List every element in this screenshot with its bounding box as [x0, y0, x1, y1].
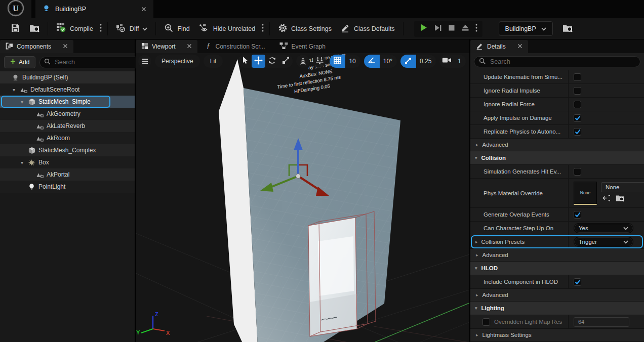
light-map-res-input[interactable]: 64: [574, 317, 629, 327]
close-icon[interactable]: [63, 43, 68, 50]
select-tool-button[interactable]: [238, 55, 252, 68]
collapsed-arrow-icon[interactable]: ▸: [476, 142, 478, 147]
subcategory-advanced[interactable]: ▸Advanced: [470, 249, 644, 262]
component-row-akportal[interactable]: AkPortal: [0, 168, 135, 181]
checkbox-unchecked[interactable]: [574, 87, 581, 95]
subcategory-advanced[interactable]: ▸Advanced: [470, 139, 644, 151]
hide-unrelated-button[interactable]: Hide Unrelated: [194, 21, 260, 36]
component-row-box[interactable]: ▾Box: [0, 156, 135, 168]
rotation-snap-value[interactable]: 10°: [380, 58, 397, 65]
perspective-dropdown[interactable]: Perspective: [155, 55, 200, 68]
component-row-buildingbp-self-[interactable]: BuildingBP (Self): [0, 71, 135, 83]
rotate-tool-button[interactable]: [265, 55, 279, 68]
move-tool-button[interactable]: [252, 55, 265, 68]
grid-snap-toggle[interactable]: [330, 55, 345, 68]
coordinate-space-button[interactable]: [296, 55, 309, 68]
viewport-options-button[interactable]: [138, 55, 151, 68]
hide-unrelated-options-button[interactable]: [260, 21, 266, 36]
tab-details[interactable]: Details: [470, 40, 528, 53]
subcategory-advanced[interactable]: ▸Advanced: [470, 289, 644, 302]
subcategory-lightmass-settings[interactable]: ▸Lightmass Settings: [470, 329, 644, 341]
diff-button[interactable]: Diff: [111, 21, 152, 36]
tab-event-graph[interactable]: Event Graph: [274, 40, 331, 53]
checkbox-checked[interactable]: [574, 278, 581, 286]
checkbox-unchecked[interactable]: [574, 101, 581, 108]
use-selected-asset-icon[interactable]: [602, 194, 610, 204]
tab-components[interactable]: Components: [0, 40, 73, 53]
find-button[interactable]: Find: [159, 21, 194, 36]
components-search[interactable]: [39, 57, 142, 68]
class-defaults-button[interactable]: Class Defaults: [336, 21, 399, 36]
asset-tab-buildingbp[interactable]: BuildingBP: [35, 0, 153, 18]
scale-snap-control[interactable]: 0.25: [400, 55, 436, 68]
collapsed-arrow-icon[interactable]: ▸: [475, 239, 478, 244]
close-icon[interactable]: [187, 43, 192, 50]
rotation-snap-control[interactable]: 10°: [364, 55, 397, 68]
scale-tool-button[interactable]: [279, 55, 293, 68]
class-settings-button[interactable]: Class Settings: [273, 21, 336, 36]
checkbox-checked[interactable]: [574, 114, 581, 122]
tab-viewport[interactable]: Viewport: [136, 40, 197, 53]
expand-arrow-icon[interactable]: ▾: [19, 99, 25, 105]
compile-options-button[interactable]: [98, 21, 104, 36]
expand-arrow-icon[interactable]: ▾: [11, 87, 17, 93]
details-search[interactable]: [474, 56, 640, 67]
camera-speed-control[interactable]: 1: [439, 55, 466, 68]
play-options-button[interactable]: [475, 24, 477, 34]
dropdown-trigger[interactable]: Trigger: [574, 237, 633, 247]
component-row-defaultsceneroot[interactable]: ▾DefaultSceneRoot: [0, 83, 135, 96]
component-row-akgeometry[interactable]: AkGeometry: [0, 108, 135, 120]
close-icon[interactable]: [517, 43, 522, 50]
expand-arrow-icon[interactable]: ▾: [19, 160, 25, 165]
checkbox-checked[interactable]: [574, 211, 581, 219]
category-lighting[interactable]: ▾Lighting: [470, 302, 644, 315]
scale-snap-toggle[interactable]: [400, 55, 416, 68]
browse-to-asset-icon[interactable]: [616, 194, 624, 204]
tab-construction-script[interactable]: ƒ Construction Scr...: [200, 40, 270, 53]
unreal-logo[interactable]: U: [0, 0, 31, 18]
component-row-pointlight[interactable]: PointLight: [0, 181, 135, 193]
viewport-3d-scene[interactable]: 11 square meters ay 1.35 seconds AuxBus:…: [136, 53, 469, 342]
compile-button[interactable]: Compile: [52, 21, 98, 36]
asset-thumbnail-none[interactable]: None: [574, 182, 597, 205]
component-row-aklatereverb[interactable]: AkLateReverb: [0, 120, 135, 132]
component-row-staticmesh-simple[interactable]: ▾StaticMesh_Simple: [0, 96, 135, 108]
target-blueprint-dropdown[interactable]: BuildingBP: [499, 21, 553, 36]
close-tab-icon[interactable]: [118, 5, 146, 14]
camera-speed-value[interactable]: 1: [454, 58, 466, 65]
category-hlod[interactable]: ▾HLOD: [470, 262, 644, 275]
collapsed-arrow-icon[interactable]: ▸: [476, 292, 478, 297]
add-component-button[interactable]: Add: [4, 56, 35, 68]
rotation-snap-toggle[interactable]: [364, 55, 380, 68]
category-collision[interactable]: ▾Collision: [470, 151, 644, 165]
stop-button[interactable]: [448, 24, 455, 33]
play-button[interactable]: [419, 23, 428, 34]
eject-button[interactable]: [461, 24, 469, 33]
grid-snap-value[interactable]: 10: [345, 58, 360, 65]
checkbox-unchecked[interactable]: [574, 73, 581, 81]
checkbox-unchecked[interactable]: [482, 318, 490, 326]
asset-dropdown-none[interactable]: None: [601, 182, 644, 192]
collapsed-arrow-icon[interactable]: ▸: [476, 252, 478, 258]
expand-arrow-icon[interactable]: ▾: [475, 306, 477, 311]
component-row-akroom[interactable]: AkRoom: [0, 132, 135, 144]
checkbox-checked[interactable]: [574, 128, 581, 136]
view-mode-dropdown[interactable]: Lit: [204, 55, 223, 68]
browse-to-asset-button[interactable]: [558, 21, 577, 36]
3d-viewport[interactable]: 11 square meters ay 1.35 seconds AuxBus:…: [136, 53, 469, 342]
components-search-input[interactable]: [54, 58, 137, 66]
frame-skip-button[interactable]: [434, 24, 442, 34]
collapsed-arrow-icon[interactable]: ▸: [476, 332, 478, 337]
expand-arrow-icon[interactable]: ▾: [475, 155, 477, 160]
details-search-input[interactable]: [489, 58, 635, 66]
surface-snapping-button[interactable]: [313, 55, 326, 68]
browse-button[interactable]: [25, 21, 44, 36]
dropdown-yes[interactable]: Yes: [574, 223, 633, 233]
scale-snap-value[interactable]: 0.25: [416, 58, 436, 65]
gizmo-center-handle[interactable]: [296, 174, 301, 179]
component-row-staticmesh-complex[interactable]: StaticMesh_Complex: [0, 144, 135, 156]
save-button[interactable]: [6, 21, 25, 36]
grid-snap-control[interactable]: 10: [330, 55, 360, 68]
expand-arrow-icon[interactable]: ▾: [475, 266, 477, 271]
checkbox-unchecked[interactable]: [574, 168, 581, 176]
